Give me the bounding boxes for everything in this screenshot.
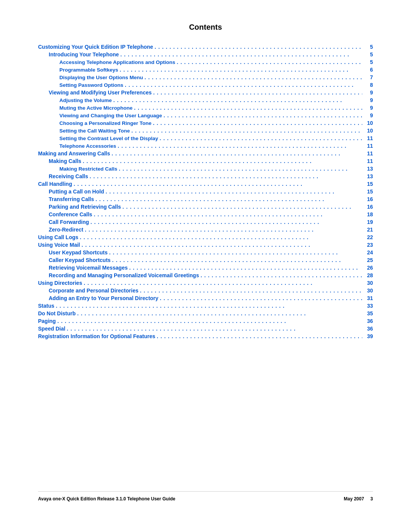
- toc-item[interactable]: Paging . . . . . . . . . . . . . . . . .…: [38, 318, 373, 324]
- toc-dots: . . . . . . . . . . . . . . . . . . . . …: [158, 135, 362, 141]
- toc-label: Viewing and Modifying User Preferences: [38, 89, 151, 96]
- toc-label: Corporate and Personal Directories: [38, 288, 139, 294]
- toc-item[interactable]: Caller Keypad Shortcuts . . . . . . . . …: [38, 257, 373, 263]
- page: Contents Customizing Your Quick Edition …: [0, 0, 411, 532]
- toc-item[interactable]: Customizing Your Quick Edition IP Teleph…: [38, 44, 373, 50]
- toc-label: Retrieving Voicemail Messages: [38, 265, 128, 271]
- toc-label: Zero-Redirect: [38, 227, 83, 233]
- toc-item[interactable]: Programmable Softkeys . . . . . . . . . …: [38, 67, 373, 73]
- toc-dots: . . . . . . . . . . . . . . . . . . . . …: [175, 59, 362, 65]
- toc-page-number: 22: [362, 234, 373, 240]
- toc-item[interactable]: Accessing Telephone Applications and Opt…: [38, 59, 373, 65]
- toc-label: Setting the Call Waiting Tone: [38, 128, 130, 134]
- toc-item[interactable]: Call Forwarding . . . . . . . . . . . . …: [38, 219, 373, 225]
- toc-dots: . . . . . . . . . . . . . . . . . . . . …: [117, 166, 362, 172]
- toc-page-number: 9: [362, 89, 373, 96]
- toc-item[interactable]: Corporate and Personal Directories . . .…: [38, 288, 373, 294]
- toc-dots: . . . . . . . . . . . . . . . . . . . . …: [155, 333, 362, 339]
- toc-dots: . . . . . . . . . . . . . . . . . . . . …: [65, 326, 362, 332]
- toc-label: Adjusting the Volume: [38, 97, 112, 103]
- footer-page: 3: [370, 496, 373, 502]
- toc-label: Using Voice Mail: [38, 242, 80, 248]
- toc-page-number: 33: [362, 303, 373, 309]
- toc-item[interactable]: Recording and Managing Personalized Voic…: [38, 272, 373, 278]
- footer-right: May 2007 3: [344, 496, 373, 502]
- toc-label: Parking and Retrieving Calls: [38, 204, 121, 210]
- toc-label: Making and Answering Calls: [38, 150, 110, 157]
- toc-label: Using Call Logs: [38, 234, 78, 240]
- toc-dots: . . . . . . . . . . . . . . . . . . . . …: [162, 112, 362, 118]
- toc-item[interactable]: Telephone Accessories . . . . . . . . . …: [38, 143, 373, 149]
- toc-label: Do Not Disturb: [38, 310, 76, 316]
- toc-item[interactable]: User Keypad Shortcuts . . . . . . . . . …: [38, 249, 373, 256]
- toc-item[interactable]: Speed Dial . . . . . . . . . . . . . . .…: [38, 326, 373, 332]
- toc-dots: . . . . . . . . . . . . . . . . . . . . …: [151, 120, 362, 126]
- toc-dots: . . . . . . . . . . . . . . . . . . . . …: [108, 249, 362, 256]
- toc-page-number: 16: [362, 204, 373, 210]
- toc-page-number: 26: [362, 265, 373, 271]
- toc-item[interactable]: Setting the Contrast Level of the Displa…: [38, 135, 373, 141]
- toc-item[interactable]: Viewing and Changing the User Language .…: [38, 112, 373, 118]
- toc-item[interactable]: Receiving Calls . . . . . . . . . . . . …: [38, 173, 373, 179]
- toc-item[interactable]: Using Voice Mail . . . . . . . . . . . .…: [38, 242, 373, 248]
- toc-dots: . . . . . . . . . . . . . . . . . . . . …: [110, 150, 362, 157]
- footer-left: Avaya one-X Quick Edition Release 3.1.0 …: [38, 496, 175, 502]
- toc-page-number: 10: [362, 128, 373, 134]
- toc-item[interactable]: Zero-Redirect . . . . . . . . . . . . . …: [38, 227, 373, 233]
- toc-item[interactable]: Adding an Entry to Your Personal Directo…: [38, 295, 373, 301]
- toc-dots: . . . . . . . . . . . . . . . . . . . . …: [128, 265, 363, 271]
- toc-item[interactable]: Retrieving Voicemail Messages . . . . . …: [38, 265, 373, 271]
- toc-label: Programmable Softkeys: [38, 67, 118, 73]
- toc-item[interactable]: Registration Information for Optional Fe…: [38, 333, 373, 339]
- toc-label: Transferring Calls: [38, 196, 94, 202]
- toc-dots: . . . . . . . . . . . . . . . . . . . . …: [78, 234, 362, 240]
- toc-page-number: 11: [362, 150, 373, 157]
- toc-label: Caller Keypad Shortcuts: [38, 257, 111, 263]
- toc-dots: . . . . . . . . . . . . . . . . . . . . …: [81, 158, 362, 164]
- toc-page-number: 35: [362, 310, 373, 316]
- toc-item[interactable]: Muting the Active Microphone . . . . . .…: [38, 105, 373, 111]
- toc-item[interactable]: Making and Answering Calls . . . . . . .…: [38, 150, 373, 157]
- toc-label: Telephone Accessories: [38, 143, 116, 149]
- toc-page-number: 11: [362, 158, 373, 164]
- toc-dots: . . . . . . . . . . . . . . . . . . . . …: [123, 82, 362, 88]
- toc-item[interactable]: Putting a Call on Hold . . . . . . . . .…: [38, 189, 373, 195]
- toc-dots: . . . . . . . . . . . . . . . . . . . . …: [153, 44, 362, 50]
- toc-item[interactable]: Viewing and Modifying User Preferences .…: [38, 89, 373, 96]
- toc-page-number: 9: [362, 112, 373, 118]
- toc-item[interactable]: Status . . . . . . . . . . . . . . . . .…: [38, 303, 373, 309]
- toc-page-number: 21: [362, 227, 373, 233]
- toc-page-number: 31: [362, 295, 373, 301]
- toc-page-number: 5: [362, 51, 373, 58]
- toc-page-number: 39: [362, 333, 373, 339]
- toc-item[interactable]: Using Call Logs . . . . . . . . . . . . …: [38, 234, 373, 240]
- toc-page-number: 9: [362, 105, 373, 111]
- toc-label: Customizing Your Quick Edition IP Teleph…: [38, 44, 153, 50]
- toc-item[interactable]: Transferring Calls . . . . . . . . . . .…: [38, 196, 373, 202]
- toc-item[interactable]: Setting the Call Waiting Tone . . . . . …: [38, 128, 373, 134]
- toc-label: Setting Password Options: [38, 82, 123, 88]
- toc-item[interactable]: Call Handling . . . . . . . . . . . . . …: [38, 181, 373, 187]
- toc-item[interactable]: Using Directories . . . . . . . . . . . …: [38, 280, 373, 286]
- toc-dots: . . . . . . . . . . . . . . . . . . . . …: [130, 128, 362, 134]
- toc-item[interactable]: Making Restricted Calls . . . . . . . . …: [38, 166, 373, 172]
- toc-item[interactable]: Introducing Your Telephone . . . . . . .…: [38, 51, 373, 58]
- toc-page-number: 11: [362, 135, 373, 141]
- toc-label: User Keypad Shortcuts: [38, 249, 108, 256]
- toc-item[interactable]: Parking and Retrieving Calls . . . . . .…: [38, 204, 373, 210]
- toc-dots: . . . . . . . . . . . . . . . . . . . . …: [132, 105, 362, 111]
- toc-label: Introducing Your Telephone: [38, 51, 119, 58]
- toc-item[interactable]: Conference Calls . . . . . . . . . . . .…: [38, 211, 373, 217]
- toc-page-number: 30: [362, 288, 373, 294]
- toc-item[interactable]: Displaying the User Options Menu . . . .…: [38, 74, 373, 80]
- toc-dots: . . . . . . . . . . . . . . . . . . . . …: [139, 288, 362, 294]
- toc-item[interactable]: Choosing a Personalized Ringer Tone . . …: [38, 120, 373, 126]
- toc-dots: . . . . . . . . . . . . . . . . . . . . …: [92, 211, 362, 217]
- toc-dots: . . . . . . . . . . . . . . . . . . . . …: [89, 219, 362, 225]
- toc-dots: . . . . . . . . . . . . . . . . . . . . …: [56, 318, 362, 324]
- toc-item[interactable]: Do Not Disturb . . . . . . . . . . . . .…: [38, 310, 373, 316]
- toc-item[interactable]: Adjusting the Volume . . . . . . . . . .…: [38, 97, 373, 103]
- toc-page-number: 36: [362, 318, 373, 324]
- toc-item[interactable]: Setting Password Options . . . . . . . .…: [38, 82, 373, 88]
- toc-item[interactable]: Making Calls . . . . . . . . . . . . . .…: [38, 158, 373, 164]
